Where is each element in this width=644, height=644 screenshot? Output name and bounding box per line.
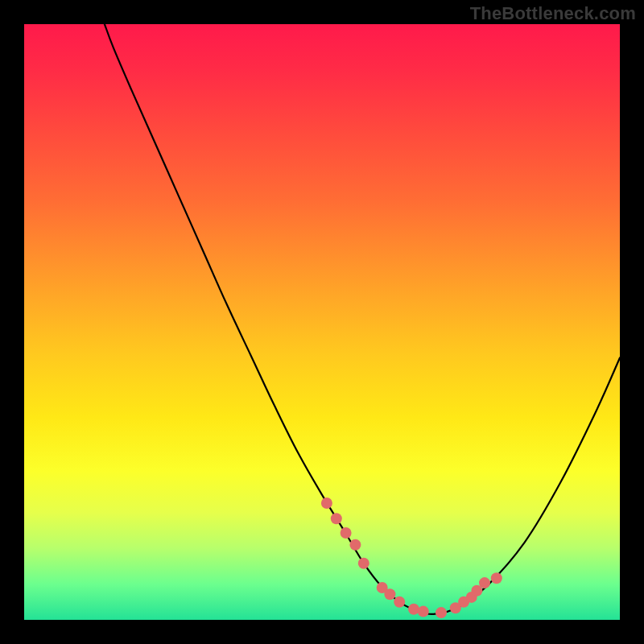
marker-dot bbox=[491, 572, 502, 584]
watermark-text: TheBottleneck.com bbox=[470, 3, 636, 24]
marker-dot bbox=[358, 558, 369, 569]
marker-dot bbox=[341, 527, 352, 539]
chart-stage: TheBottleneck.com bbox=[0, 0, 644, 644]
marker-dot bbox=[408, 604, 419, 615]
marker-dot bbox=[394, 597, 405, 608]
plot-area bbox=[24, 24, 620, 620]
marker-dots-group bbox=[321, 497, 502, 618]
marker-dot bbox=[384, 588, 395, 600]
marker-dot bbox=[436, 607, 447, 618]
marker-dot bbox=[418, 606, 429, 617]
marker-dot bbox=[331, 513, 342, 524]
marker-dot bbox=[479, 577, 490, 588]
marker-dot bbox=[349, 539, 361, 551]
marker-dot bbox=[321, 497, 332, 509]
bottleneck-curve bbox=[105, 24, 620, 614]
curve-svg bbox=[24, 24, 620, 620]
